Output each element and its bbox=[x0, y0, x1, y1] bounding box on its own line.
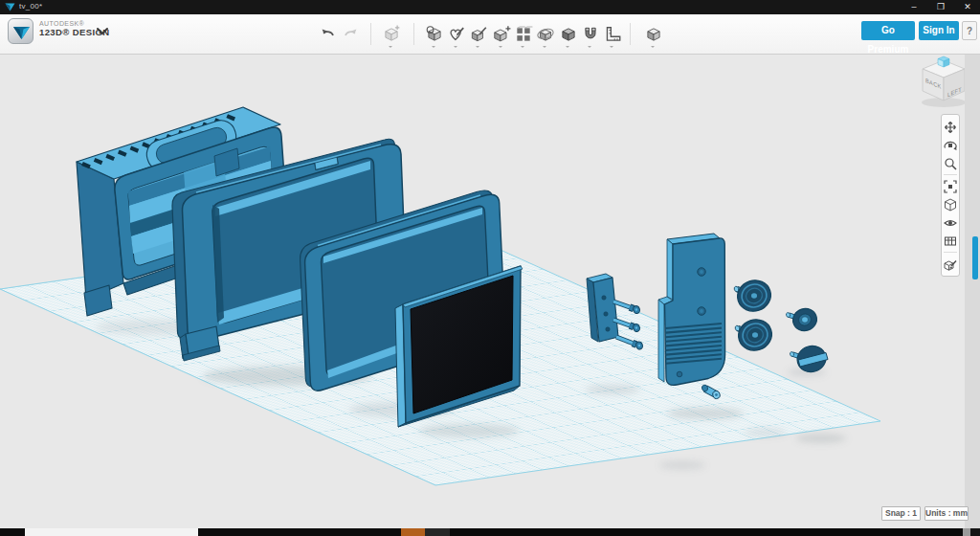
construct-icon bbox=[469, 25, 488, 44]
hide-show-eye-icon[interactable] bbox=[942, 213, 959, 232]
undo-icon bbox=[318, 25, 337, 42]
dropdown-caret bbox=[566, 46, 569, 50]
grid-settings-icon[interactable] bbox=[942, 232, 959, 250]
grouping-icon bbox=[536, 25, 555, 44]
go-premium-button[interactable]: Go Premium bbox=[861, 21, 915, 40]
tool-construct[interactable] bbox=[469, 25, 489, 48]
snap-magnet-icon bbox=[581, 25, 600, 44]
right-gutter bbox=[965, 55, 980, 528]
taskbar-segment bbox=[401, 528, 425, 536]
dropdown-caret bbox=[389, 46, 392, 50]
tool-transform[interactable] bbox=[382, 25, 402, 48]
tool-measure[interactable] bbox=[603, 25, 623, 48]
taskbar-segment bbox=[450, 528, 963, 536]
dropdown-caret bbox=[521, 46, 524, 50]
orbit-icon[interactable] bbox=[942, 136, 959, 154]
redo-icon bbox=[342, 25, 361, 42]
taskbar-segment bbox=[198, 528, 401, 536]
part-knob-top[interactable] bbox=[786, 305, 820, 334]
viewport-3d[interactable]: BACK LEFT bbox=[0, 55, 980, 528]
dropdown-caret bbox=[543, 46, 546, 50]
part-side-bracket[interactable] bbox=[587, 274, 618, 342]
tool-modify[interactable] bbox=[492, 25, 512, 48]
taskbar-segment bbox=[963, 528, 970, 536]
toolbar-separator bbox=[370, 23, 371, 45]
dropdown-caret bbox=[454, 46, 457, 50]
sketch-icon bbox=[447, 25, 466, 44]
undo-button[interactable] bbox=[318, 25, 338, 48]
toolbar-separator bbox=[413, 23, 414, 45]
tool-combine[interactable] bbox=[559, 25, 579, 48]
app-logo-small bbox=[5, 2, 15, 12]
combine-icon bbox=[559, 25, 578, 44]
dropdown-caret bbox=[588, 46, 591, 50]
dropdown-caret bbox=[651, 46, 655, 50]
view-cube-icon bbox=[644, 25, 663, 44]
tool-view-settings[interactable] bbox=[644, 25, 664, 48]
measure-ruler-icon bbox=[603, 25, 622, 44]
part-back-plate[interactable] bbox=[658, 234, 725, 385]
scene-3d bbox=[0, 55, 980, 528]
shading-icon[interactable] bbox=[942, 195, 959, 213]
pattern-icon bbox=[514, 25, 533, 44]
document-title: tv_00* bbox=[19, 2, 42, 11]
transform-icon bbox=[382, 25, 401, 44]
dropdown-caret bbox=[499, 46, 502, 50]
tool-pattern[interactable] bbox=[514, 25, 534, 48]
home-cube-icon[interactable] bbox=[938, 56, 949, 67]
modify-icon bbox=[492, 25, 511, 44]
part-dial-bottom[interactable] bbox=[734, 315, 775, 354]
fit-icon[interactable] bbox=[942, 177, 959, 195]
part-dial-top[interactable] bbox=[733, 276, 774, 315]
title-bar: tv_00* – ❐ ✕ bbox=[0, 0, 980, 14]
dropdown-caret bbox=[610, 46, 613, 50]
units-setting[interactable]: Units : mm bbox=[924, 506, 969, 521]
redo-button[interactable] bbox=[342, 25, 362, 48]
taskbar-segment bbox=[970, 528, 980, 536]
tool-snap[interactable] bbox=[581, 25, 601, 48]
tool-sketch[interactable] bbox=[447, 25, 467, 48]
taskbar-segment bbox=[0, 528, 25, 536]
dropdown-caret bbox=[432, 46, 435, 50]
material-brush-icon[interactable] bbox=[942, 255, 959, 273]
zoom-icon[interactable] bbox=[942, 154, 959, 172]
scrollbar-thumb[interactable] bbox=[972, 236, 978, 279]
dropdown-caret bbox=[476, 46, 479, 50]
close-button[interactable]: ✕ bbox=[957, 0, 978, 14]
maximize-button[interactable]: ❐ bbox=[930, 0, 951, 14]
navigation-toolbar bbox=[941, 114, 960, 277]
taskbar-segment bbox=[25, 528, 198, 536]
toolbar-separator bbox=[630, 23, 631, 45]
nav-separator bbox=[944, 252, 957, 253]
snap-setting[interactable]: Snap : 1 bbox=[881, 506, 921, 521]
app-logo[interactable] bbox=[8, 18, 33, 44]
sign-in-button[interactable]: Sign In bbox=[919, 21, 959, 40]
help-button[interactable]: ? bbox=[962, 21, 977, 40]
app-logo-triangle-icon bbox=[10, 20, 33, 44]
tool-primitives[interactable] bbox=[425, 25, 445, 48]
main-toolbar: AUTODESK® 123D® DESIGN bbox=[0, 14, 980, 55]
minimize-button[interactable]: – bbox=[903, 0, 924, 14]
nav-separator bbox=[944, 174, 957, 175]
primitives-icon bbox=[425, 25, 444, 44]
tool-grouping[interactable] bbox=[536, 25, 556, 48]
chevron-down-icon[interactable] bbox=[96, 27, 109, 36]
os-taskbar-sliver bbox=[0, 528, 980, 536]
taskbar-segment bbox=[425, 528, 450, 536]
pan-icon[interactable] bbox=[942, 118, 959, 136]
